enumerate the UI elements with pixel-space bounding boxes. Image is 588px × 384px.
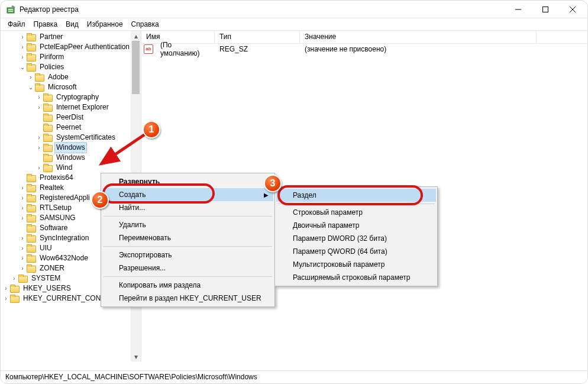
sub-binary[interactable]: Двоичный параметр [276, 219, 436, 232]
chevron-right-icon[interactable]: › [35, 92, 43, 102]
chevron-right-icon[interactable]: › [18, 32, 27, 42]
create-submenu: Раздел Строковый параметр Двоичный парам… [274, 186, 438, 286]
svg-rect-1 [8, 9, 13, 10]
chevron-right-icon[interactable]: › [18, 183, 27, 193]
col-type[interactable]: Тип [215, 31, 300, 43]
col-value[interactable]: Значение [300, 31, 537, 43]
folder-icon [43, 134, 53, 142]
folder-icon [43, 164, 53, 172]
chevron-right-icon[interactable]: › [18, 193, 27, 203]
sub-string[interactable]: Строковый параметр [276, 206, 436, 219]
title-bar: Редактор реестра [1, 1, 587, 18]
chevron-right-icon[interactable]: › [10, 273, 18, 283]
ctx-create-label: Создать [119, 191, 146, 199]
separator [277, 204, 435, 204]
chevron-down-icon[interactable]: ⌄ [27, 82, 35, 92]
ctx-find[interactable]: Найти... [102, 201, 273, 214]
scroll-down-icon[interactable]: ▾ [131, 351, 141, 362]
sub-key[interactable]: Раздел [276, 189, 436, 202]
tree-node-label: Partner [38, 32, 64, 42]
chevron-right-icon[interactable]: › [35, 102, 43, 112]
minimize-button[interactable] [505, 1, 532, 18]
list-row[interactable]: ab (По умолчанию) REG_SZ (значение не пр… [141, 44, 587, 54]
cell-type: REG_SZ [215, 45, 300, 53]
annotation-callout-3: 3 [264, 175, 282, 192]
close-button[interactable] [559, 1, 586, 18]
sub-expandstring[interactable]: Расширяемый строковый параметр [276, 271, 436, 284]
svg-rect-0 [7, 8, 14, 13]
chevron-right-icon[interactable]: › [18, 253, 27, 263]
tree-node[interactable]: ›Internet Explorer [1, 102, 131, 112]
tree-node-label: Cryptography [55, 92, 100, 102]
status-path: Компьютер\HKEY_LOCAL_MACHINE\SOFTWARE\Po… [5, 373, 257, 381]
context-menu: Развернуть Создать ▶ Найти... Удалить Пе… [101, 173, 275, 307]
ctx-permissions[interactable]: Разрешения... [102, 262, 273, 275]
folder-icon [35, 83, 44, 92]
ctx-rename[interactable]: Переименовать [102, 231, 273, 244]
separator [104, 246, 272, 247]
ctx-delete[interactable]: Удалить [102, 218, 273, 231]
tree-node[interactable]: ›Cryptography [1, 92, 131, 102]
folder-icon [27, 244, 36, 253]
chevron-right-icon[interactable]: › [18, 203, 27, 213]
tree-node-label: Piriform [38, 52, 65, 62]
chevron-right-icon[interactable]: › [27, 72, 35, 82]
chevron-right-icon[interactable]: › [18, 42, 27, 52]
menu-bar: Файл Правка Вид Избранное Справка [1, 18, 587, 30]
folder-icon [43, 104, 53, 112]
tree-node[interactable]: ⌄Microsoft [1, 82, 131, 92]
chevron-right-icon[interactable]: › [35, 133, 43, 143]
menu-file[interactable]: Файл [4, 19, 29, 30]
app-icon [7, 5, 16, 14]
ctx-export[interactable]: Экспортировать [102, 249, 273, 262]
sub-dword[interactable]: Параметр DWORD (32 бита) [276, 232, 436, 245]
tree-node[interactable]: ›Partner [1, 32, 131, 42]
cell-value: (значение не присвоено) [300, 45, 391, 53]
chevron-down-icon[interactable]: ⌄ [18, 62, 27, 72]
submenu-arrow-icon: ▶ [264, 192, 269, 198]
menu-help[interactable]: Справка [128, 19, 163, 30]
tree-node-label: Software [38, 223, 69, 233]
sub-multistring[interactable]: Мультистроковый параметр [276, 258, 436, 271]
menu-view[interactable]: Вид [62, 19, 82, 30]
tree-node-label: Adobe [47, 72, 70, 82]
tree-node-label: PeerDist [55, 112, 85, 122]
folder-icon [27, 33, 36, 41]
tree-node[interactable]: ›Adobe [1, 72, 131, 82]
tree-node[interactable]: ⌄Policies [1, 62, 131, 72]
scrollbar-thumb[interactable] [132, 41, 140, 94]
folder-icon [43, 93, 53, 102]
tree-node[interactable]: ›PctelEapPeer Authentication [1, 42, 131, 52]
ctx-goto[interactable]: Перейти в раздел HKEY_CURRENT_USER [102, 292, 273, 305]
chevron-right-icon[interactable]: › [2, 283, 10, 293]
annotation-callout-1: 1 [143, 121, 160, 138]
ctx-create[interactable]: Создать ▶ [102, 188, 273, 201]
list-body[interactable]: ab (По умолчанию) REG_SZ (значение не пр… [141, 44, 587, 54]
separator [104, 216, 272, 217]
chevron-right-icon[interactable]: › [18, 52, 27, 62]
scroll-up-icon[interactable]: ▴ [131, 31, 141, 41]
ctx-expand[interactable]: Развернуть [102, 175, 273, 188]
tree-node[interactable]: ·PeerDist [1, 112, 131, 122]
chevron-right-icon[interactable]: › [18, 213, 27, 223]
chevron-right-icon[interactable]: › [35, 143, 43, 153]
tree-node-label: Internet Explorer [55, 102, 110, 112]
folder-icon [27, 224, 36, 233]
chevron-right-icon[interactable]: › [18, 263, 27, 273]
chevron-right-icon[interactable]: › [35, 163, 43, 173]
tree-node-label: Microsoft [47, 82, 78, 92]
tree-node-label: RTLSetup [38, 203, 73, 213]
chevron-right-icon[interactable]: › [2, 293, 10, 304]
folder-icon [27, 234, 36, 243]
chevron-right-icon[interactable]: › [18, 243, 27, 253]
menu-edit[interactable]: Правка [30, 19, 62, 30]
cell-name: (По умолчанию) [156, 41, 215, 57]
menu-favorites[interactable]: Избранное [83, 19, 127, 30]
ctx-copy-key-name[interactable]: Копировать имя раздела [102, 279, 273, 292]
tree-node-label: RegisteredAppli [38, 193, 91, 203]
maximize-button[interactable] [532, 1, 559, 18]
svg-rect-4 [543, 7, 548, 12]
tree-node[interactable]: ›Piriform [1, 52, 131, 62]
chevron-right-icon[interactable]: › [18, 233, 27, 243]
sub-qword[interactable]: Параметр QWORD (64 бита) [276, 245, 436, 258]
